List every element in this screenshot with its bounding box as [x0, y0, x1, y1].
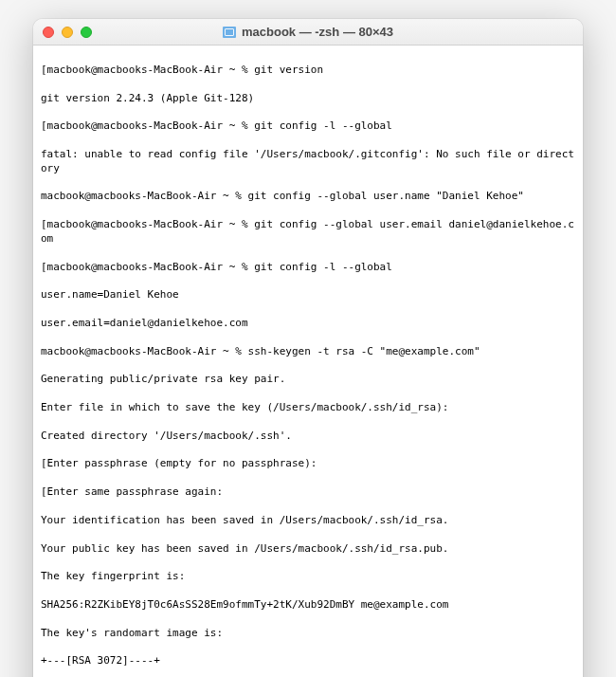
window-titlebar[interactable]: macbook — -zsh — 80×43	[33, 19, 583, 46]
terminal-line: [macbook@macbooks-MacBook-Air ~ % git ve…	[41, 64, 575, 78]
terminal-line: [macbook@macbooks-MacBook-Air ~ % git co…	[41, 218, 575, 247]
window-title-wrap: macbook — -zsh — 80×43	[33, 25, 583, 39]
terminal-line: [macbook@macbooks-MacBook-Air ~ % git co…	[41, 119, 575, 134]
terminal-line: Created directory '/Users/macbook/.ssh'.	[41, 430, 575, 444]
terminal-window: macbook — -zsh — 80×43 [macbook@macbooks…	[33, 19, 583, 677]
terminal-line: user.email=daniel@danielkehoe.com	[41, 317, 575, 331]
terminal-body[interactable]: [macbook@macbooks-MacBook-Air ~ % git ve…	[33, 46, 583, 677]
traffic-lights	[43, 27, 92, 38]
terminal-line: Generating public/private rsa key pair.	[41, 373, 575, 387]
terminal-line: macbook@macbooks-MacBook-Air ~ % ssh-key…	[41, 345, 575, 359]
terminal-line: git version 2.24.3 (Apple Git-128)	[41, 92, 575, 106]
terminal-line: The key's randomart image is:	[41, 627, 575, 641]
terminal-line: [Enter same passphrase again:	[41, 485, 575, 500]
terminal-line: The key fingerprint is:	[41, 570, 575, 584]
terminal-line: SHA256:R2ZKibEY8jT0c6AsSS28Em9ofmmTy+2tK…	[41, 598, 575, 613]
window-title: macbook — -zsh — 80×43	[242, 25, 393, 39]
close-icon[interactable]	[43, 27, 54, 38]
terminal-line: macbook@macbooks-MacBook-Air ~ % git con…	[41, 190, 575, 204]
maximize-icon[interactable]	[81, 27, 92, 38]
terminal-line: [Enter passphrase (empty for no passphra…	[41, 457, 575, 471]
terminal-line: Your identification has been saved in /U…	[41, 514, 575, 528]
terminal-line: Your public key has been saved in /Users…	[41, 542, 575, 557]
terminal-line: +---[RSA 3072]----+	[41, 654, 575, 668]
home-folder-icon	[223, 27, 236, 38]
minimize-icon[interactable]	[62, 27, 73, 38]
terminal-line: user.name=Daniel Kehoe	[41, 288, 575, 302]
terminal-line: fatal: unable to read config file '/User…	[41, 148, 575, 176]
terminal-line: [macbook@macbooks-MacBook-Air ~ % git co…	[41, 261, 575, 275]
terminal-line: Enter file in which to save the key (/Us…	[41, 401, 575, 415]
